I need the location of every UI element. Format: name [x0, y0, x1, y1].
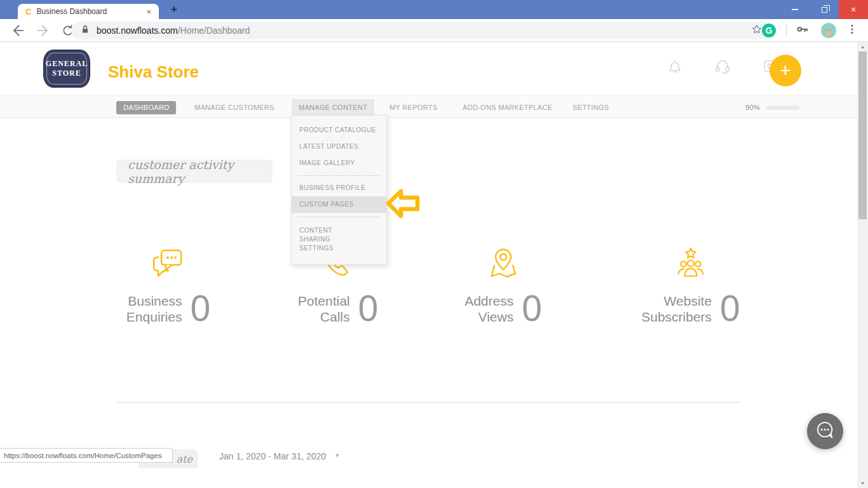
progress-label: 90% — [745, 104, 760, 111]
url-bar[interactable]: boost.nowfloats.com/Home/Dashboard — [71, 22, 770, 39]
nav-manage-content[interactable]: MANAGE CONTENT — [292, 99, 374, 116]
nav-dashboard[interactable]: DASHBOARD — [116, 101, 176, 114]
back-icon[interactable] — [10, 23, 25, 38]
menu-latest-updates[interactable]: LATEST UPDATES — [292, 139, 386, 155]
date-range[interactable]: Jan 1, 2020 - Mar 31, 2020 — [219, 451, 326, 461]
stat-value: 0 — [522, 290, 542, 327]
lock-icon — [80, 24, 90, 37]
stat-label: Enquiries — [126, 309, 182, 324]
browser-tab[interactable]: C Business Dashboard × — [18, 4, 159, 19]
chat-fab-button[interactable] — [807, 413, 843, 449]
profile-avatar[interactable] — [821, 23, 836, 38]
stat-label: Calls — [320, 309, 350, 324]
window-controls: × — [780, 0, 868, 19]
forward-icon[interactable] — [36, 23, 51, 38]
stat-business-enquiries: BusinessEnquiries 0 — [114, 247, 222, 327]
divider — [786, 25, 787, 36]
site-header: GENERAL STORE Shiva Store + — [0, 42, 857, 95]
support-headset-icon[interactable] — [712, 56, 733, 79]
section-divider — [116, 402, 741, 403]
menu-content-sharing-settings[interactable]: CONTENT SHARING SETTINGS — [292, 221, 362, 258]
store-logo[interactable]: GENERAL STORE — [43, 50, 90, 88]
nav-settings[interactable]: SETTINGS — [573, 96, 609, 119]
add-content-button[interactable]: + — [770, 55, 801, 86]
browser-toolbar: boost.nowfloats.com/Home/Dashboard G — [0, 19, 868, 42]
extension-area: G — [756, 19, 862, 42]
menu-custom-pages[interactable]: CUSTOM PAGES — [292, 196, 386, 213]
window-titlebar: C Business Dashboard × + × — [0, 0, 868, 19]
menu-product-catalogue[interactable]: PRODUCT CATALOGUE — [292, 122, 386, 139]
logo-text-line1: GENERAL — [46, 59, 88, 69]
scroll-up-icon[interactable]: ▲ — [857, 42, 868, 51]
menu-divider — [298, 217, 380, 217]
close-button[interactable]: × — [839, 0, 868, 19]
password-key-icon[interactable] — [796, 22, 810, 39]
profile-completion: 90% — [745, 96, 799, 119]
nav-manage-customers[interactable]: MANAGE CUSTOMERS — [194, 96, 275, 119]
stat-label: Business — [128, 294, 182, 308]
subscribers-icon — [673, 247, 709, 282]
tab-close-icon[interactable]: × — [144, 7, 154, 17]
stat-value: 0 — [190, 290, 210, 327]
stat-label: Website — [664, 294, 712, 308]
page-scrollbar[interactable]: ▲ ▼ — [857, 42, 868, 488]
map-pin-icon — [485, 247, 521, 282]
url-path: /Home/Dashboard — [178, 25, 250, 36]
menu-business-profile[interactable]: BUSINESS PROFILE — [292, 180, 386, 196]
site-favicon-icon: C — [25, 8, 31, 16]
logo-text-line2: STORE — [52, 69, 81, 78]
scrollbar-thumb[interactable] — [858, 51, 867, 219]
stat-label: Views — [478, 309, 514, 324]
scroll-down-icon[interactable]: ▼ — [857, 478, 868, 488]
notification-bell-icon[interactable] — [665, 56, 684, 79]
status-bar-link: https://boost.nowfloats.com/Home/CustomP… — [0, 448, 173, 463]
caret-down-icon[interactable]: ▾ — [336, 451, 339, 459]
stat-website-subscribers: WebsiteSubscribers 0 — [626, 247, 756, 327]
manage-content-dropdown: PRODUCT CATALOGUE LATEST UPDATES IMAGE G… — [291, 115, 387, 265]
grammarly-icon[interactable]: G — [762, 24, 776, 37]
menu-image-gallery[interactable]: IMAGE GALLERY — [292, 155, 386, 172]
browser-window: C Business Dashboard × + × boost.nowfloa… — [0, 0, 868, 488]
minimize-button[interactable] — [780, 0, 810, 19]
browser-menu-icon[interactable] — [846, 24, 858, 37]
stat-label: Potential — [298, 294, 350, 308]
tab-title: Business Dashboard — [36, 7, 144, 16]
header-icons — [665, 56, 781, 79]
callout-arrow-left-icon — [386, 187, 420, 223]
progress-bar — [766, 105, 799, 110]
chat-icon — [151, 247, 186, 282]
nav-addons-marketplace[interactable]: ADD-ONS MARKETPLACE — [463, 96, 552, 119]
restore-button[interactable] — [810, 0, 839, 19]
chat-bubble-icon — [814, 419, 837, 444]
main-navbar: DASHBOARD MANAGE CUSTOMERS MANAGE CONTEN… — [0, 95, 857, 118]
menu-divider — [298, 175, 380, 176]
stat-value: 0 — [358, 290, 379, 327]
nav-my-reports[interactable]: MY REPORTS — [390, 96, 437, 119]
stat-value: 0 — [720, 290, 740, 327]
url-text: boost.nowfloats.com/Home/Dashboard — [97, 25, 751, 36]
stat-label: Subscribers — [641, 309, 712, 324]
stat-address-views: AddressViews 0 — [449, 247, 557, 327]
new-tab-button[interactable]: + — [166, 2, 182, 17]
store-name: Shiva Store — [108, 62, 199, 82]
stat-label: Address — [465, 294, 513, 308]
url-host: boost.nowfloats.com — [97, 25, 178, 36]
summary-title: customer activity summary — [116, 159, 273, 183]
